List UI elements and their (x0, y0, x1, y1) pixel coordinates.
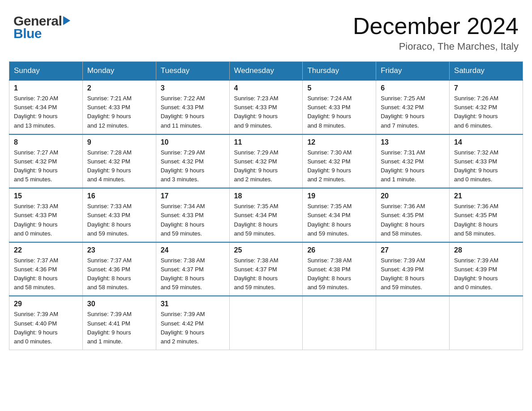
day-number: 9 (87, 138, 151, 146)
day-number: 12 (307, 138, 371, 146)
page-header: General Blue December 2024 Pioraco, The … (9, 9, 523, 52)
day-number: 3 (161, 84, 225, 92)
day-info: Sunrise: 7:39 AMSunset: 4:41 PMDaylight:… (87, 310, 151, 346)
calendar-cell: 3Sunrise: 7:22 AMSunset: 4:33 PMDaylight… (156, 80, 229, 134)
calendar-cell: 4Sunrise: 7:23 AMSunset: 4:33 PMDaylight… (229, 80, 303, 134)
day-number: 24 (161, 246, 225, 254)
day-info: Sunrise: 7:38 AMSunset: 4:37 PMDaylight:… (234, 256, 298, 292)
day-info: Sunrise: 7:25 AMSunset: 4:32 PMDaylight:… (381, 94, 445, 130)
week-row-3: 15Sunrise: 7:33 AMSunset: 4:33 PMDayligh… (9, 188, 523, 242)
calendar-cell (376, 296, 450, 350)
day-info: Sunrise: 7:29 AMSunset: 4:32 PMDaylight:… (234, 148, 298, 184)
calendar-cell: 31Sunrise: 7:39 AMSunset: 4:42 PMDayligh… (156, 296, 229, 350)
calendar-cell: 5Sunrise: 7:24 AMSunset: 4:33 PMDaylight… (303, 80, 376, 134)
calendar-cell: 6Sunrise: 7:25 AMSunset: 4:32 PMDaylight… (376, 80, 450, 134)
calendar-cell: 18Sunrise: 7:35 AMSunset: 4:34 PMDayligh… (229, 188, 303, 242)
day-info: Sunrise: 7:20 AMSunset: 4:34 PMDaylight:… (14, 94, 78, 130)
calendar-cell: 30Sunrise: 7:39 AMSunset: 4:41 PMDayligh… (82, 296, 156, 350)
day-number: 10 (161, 138, 225, 146)
day-number: 18 (234, 192, 298, 200)
day-number: 31 (161, 300, 225, 308)
calendar-cell (450, 296, 523, 350)
day-number: 22 (14, 246, 78, 254)
day-number: 17 (161, 192, 225, 200)
calendar-cell (229, 296, 303, 350)
header-day-sunday: Sunday (9, 62, 83, 81)
day-info: Sunrise: 7:23 AMSunset: 4:33 PMDaylight:… (234, 94, 298, 130)
calendar-cell: 26Sunrise: 7:38 AMSunset: 4:38 PMDayligh… (303, 242, 376, 296)
day-info: Sunrise: 7:26 AMSunset: 4:32 PMDaylight:… (454, 94, 518, 130)
calendar-cell: 2Sunrise: 7:21 AMSunset: 4:33 PMDaylight… (82, 80, 156, 134)
calendar-cell: 9Sunrise: 7:28 AMSunset: 4:32 PMDaylight… (82, 134, 156, 188)
day-info: Sunrise: 7:33 AMSunset: 4:33 PMDaylight:… (87, 202, 151, 238)
day-info: Sunrise: 7:38 AMSunset: 4:37 PMDaylight:… (161, 256, 225, 292)
day-number: 14 (454, 138, 518, 146)
header-day-wednesday: Wednesday (229, 62, 303, 81)
day-info: Sunrise: 7:37 AMSunset: 4:36 PMDaylight:… (87, 256, 151, 292)
week-row-5: 29Sunrise: 7:39 AMSunset: 4:40 PMDayligh… (9, 296, 523, 350)
logo-blue-text: Blue (13, 26, 42, 41)
day-info: Sunrise: 7:35 AMSunset: 4:34 PMDaylight:… (307, 202, 371, 238)
day-info: Sunrise: 7:28 AMSunset: 4:32 PMDaylight:… (87, 148, 151, 184)
week-row-4: 22Sunrise: 7:37 AMSunset: 4:36 PMDayligh… (9, 242, 523, 296)
day-number: 25 (234, 246, 298, 254)
calendar-table: SundayMondayTuesdayWednesdayThursdayFrid… (9, 61, 523, 350)
day-number: 8 (14, 138, 78, 146)
day-info: Sunrise: 7:27 AMSunset: 4:32 PMDaylight:… (14, 148, 78, 184)
day-info: Sunrise: 7:29 AMSunset: 4:32 PMDaylight:… (161, 148, 225, 184)
calendar-cell: 28Sunrise: 7:39 AMSunset: 4:39 PMDayligh… (450, 242, 523, 296)
day-info: Sunrise: 7:37 AMSunset: 4:36 PMDaylight:… (14, 256, 78, 292)
calendar-cell: 27Sunrise: 7:39 AMSunset: 4:39 PMDayligh… (376, 242, 450, 296)
day-number: 5 (307, 84, 371, 92)
day-info: Sunrise: 7:36 AMSunset: 4:35 PMDaylight:… (381, 202, 445, 238)
day-number: 27 (381, 246, 445, 254)
day-number: 19 (307, 192, 371, 200)
day-number: 16 (87, 192, 151, 200)
day-number: 4 (234, 84, 298, 92)
day-number: 21 (454, 192, 518, 200)
logo-triangle-icon (63, 16, 70, 25)
calendar-cell: 13Sunrise: 7:31 AMSunset: 4:32 PMDayligh… (376, 134, 450, 188)
calendar-cell: 25Sunrise: 7:38 AMSunset: 4:37 PMDayligh… (229, 242, 303, 296)
day-number: 30 (87, 300, 151, 308)
day-number: 28 (454, 246, 518, 254)
calendar-cell: 17Sunrise: 7:34 AMSunset: 4:33 PMDayligh… (156, 188, 229, 242)
day-info: Sunrise: 7:24 AMSunset: 4:33 PMDaylight:… (307, 94, 371, 130)
calendar-cell: 24Sunrise: 7:38 AMSunset: 4:37 PMDayligh… (156, 242, 229, 296)
day-info: Sunrise: 7:36 AMSunset: 4:35 PMDaylight:… (454, 202, 518, 238)
day-info: Sunrise: 7:39 AMSunset: 4:39 PMDaylight:… (454, 256, 518, 292)
calendar-cell: 21Sunrise: 7:36 AMSunset: 4:35 PMDayligh… (450, 188, 523, 242)
day-info: Sunrise: 7:39 AMSunset: 4:40 PMDaylight:… (14, 310, 78, 346)
day-info: Sunrise: 7:21 AMSunset: 4:33 PMDaylight:… (87, 94, 151, 130)
day-info: Sunrise: 7:35 AMSunset: 4:34 PMDaylight:… (234, 202, 298, 238)
calendar-cell: 19Sunrise: 7:35 AMSunset: 4:34 PMDayligh… (303, 188, 376, 242)
header-day-monday: Monday (82, 62, 156, 81)
header-day-tuesday: Tuesday (156, 62, 229, 81)
day-info: Sunrise: 7:22 AMSunset: 4:33 PMDaylight:… (161, 94, 225, 130)
day-number: 11 (234, 138, 298, 146)
calendar-cell: 11Sunrise: 7:29 AMSunset: 4:32 PMDayligh… (229, 134, 303, 188)
day-info: Sunrise: 7:33 AMSunset: 4:33 PMDaylight:… (14, 202, 78, 238)
header-day-friday: Friday (376, 62, 450, 81)
calendar-cell: 20Sunrise: 7:36 AMSunset: 4:35 PMDayligh… (376, 188, 450, 242)
day-info: Sunrise: 7:31 AMSunset: 4:32 PMDaylight:… (381, 148, 445, 184)
calendar-cell (303, 296, 376, 350)
calendar-cell: 23Sunrise: 7:37 AMSunset: 4:36 PMDayligh… (82, 242, 156, 296)
day-number: 15 (14, 192, 78, 200)
day-info: Sunrise: 7:32 AMSunset: 4:33 PMDaylight:… (454, 148, 518, 184)
week-row-2: 8Sunrise: 7:27 AMSunset: 4:32 PMDaylight… (9, 134, 523, 188)
location-subtitle: Pioraco, The Marches, Italy (353, 41, 519, 52)
day-number: 6 (381, 84, 445, 92)
day-info: Sunrise: 7:39 AMSunset: 4:42 PMDaylight:… (161, 310, 225, 346)
title-area: December 2024 Pioraco, The Marches, Ital… (353, 13, 519, 52)
month-year-title: December 2024 (353, 13, 519, 39)
header-day-saturday: Saturday (450, 62, 523, 81)
day-info: Sunrise: 7:30 AMSunset: 4:32 PMDaylight:… (307, 148, 371, 184)
calendar-cell: 12Sunrise: 7:30 AMSunset: 4:32 PMDayligh… (303, 134, 376, 188)
calendar-cell: 22Sunrise: 7:37 AMSunset: 4:36 PMDayligh… (9, 242, 83, 296)
day-number: 23 (87, 246, 151, 254)
day-number: 1 (14, 84, 78, 92)
header-row: SundayMondayTuesdayWednesdayThursdayFrid… (9, 62, 523, 81)
day-number: 7 (454, 84, 518, 92)
day-info: Sunrise: 7:38 AMSunset: 4:38 PMDaylight:… (307, 256, 371, 292)
